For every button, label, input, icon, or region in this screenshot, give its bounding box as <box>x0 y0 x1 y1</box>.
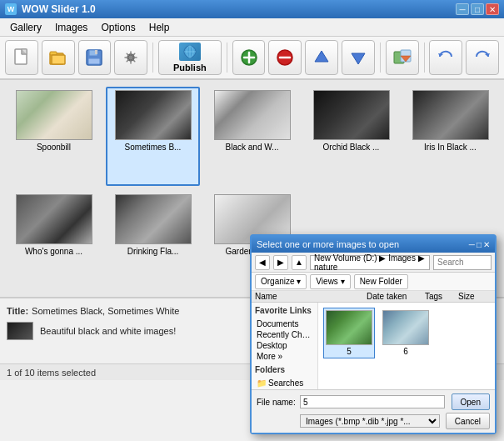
folders-label: Folders <box>255 365 314 374</box>
cancel-button[interactable]: Cancel <box>446 413 490 429</box>
gallery-item[interactable]: Drinking Fla... <box>106 191 200 290</box>
views-button[interactable]: Views ▾ <box>310 274 350 289</box>
dialog-up-button[interactable]: ▲ <box>292 255 307 270</box>
gallery-thumbnail <box>313 90 390 140</box>
col-tags[interactable]: Tags <box>425 292 458 301</box>
move-up-button[interactable] <box>305 40 338 75</box>
dialog-column-headers: Name Date taken Tags Size <box>252 291 495 303</box>
publish-label: Publish <box>173 63 207 73</box>
svg-point-9 <box>128 55 133 60</box>
gallery-thumbnail <box>412 90 489 140</box>
menu-bar: Gallery Images Options Help <box>0 18 504 37</box>
gallery-item[interactable]: Black and W... <box>205 87 299 186</box>
settings-button[interactable] <box>114 40 147 75</box>
title-label: Title: <box>7 306 28 316</box>
close-button[interactable]: ✕ <box>486 3 499 15</box>
folder-searches[interactable]: 📁Searches <box>255 378 314 388</box>
gallery-item-label: Black and W... <box>226 143 279 152</box>
move-down-button[interactable] <box>342 40 375 75</box>
filename-input[interactable] <box>300 395 445 408</box>
gallery-thumbnail <box>16 194 92 244</box>
dialog-close[interactable]: ✕ <box>483 240 490 249</box>
sidebar-more[interactable]: More » <box>255 351 314 362</box>
dialog-maximize[interactable]: □ <box>477 240 482 249</box>
svg-rect-4 <box>52 55 65 64</box>
col-date[interactable]: Date taken <box>367 292 425 301</box>
col-name[interactable]: Name <box>255 292 367 301</box>
gallery-item[interactable]: Who's gonna ... <box>7 191 101 290</box>
col-size[interactable]: Size <box>458 292 492 301</box>
size-row <box>7 342 252 360</box>
file-thumbnail <box>382 310 429 345</box>
title-row: Title: Sometimes Black, Sometimes White <box>7 302 252 320</box>
filename-row: File name: Open <box>257 393 490 410</box>
remove-button[interactable] <box>268 40 302 75</box>
svg-marker-21 <box>352 53 365 64</box>
file-item-5[interactable]: 5 <box>323 308 375 358</box>
dialog-breadcrumb: New Volume (D:) ▶ Images ▶ nature <box>314 253 426 272</box>
status-text: 1 of 10 items selected <box>7 368 96 378</box>
dialog-search-input[interactable] <box>433 255 492 270</box>
maximize-button[interactable]: □ <box>471 3 484 15</box>
sidebar-recently-changed[interactable]: Recently Changed <box>255 329 314 340</box>
info-thumbnail <box>7 322 33 340</box>
undo-button[interactable] <box>429 40 462 75</box>
redo-button[interactable] <box>466 40 499 75</box>
menu-gallery[interactable]: Gallery <box>3 20 48 35</box>
dialog-forward-button[interactable]: ▶ <box>273 255 288 270</box>
gallery-thumbnail <box>115 194 192 244</box>
dialog-sidebar: Favorite Links Documents Recently Change… <box>252 303 318 389</box>
publish-button[interactable]: Publish <box>158 40 222 75</box>
menu-images[interactable]: Images <box>48 20 94 35</box>
file-label: 5 <box>347 347 352 356</box>
new-folder-button[interactable]: New Folder <box>354 274 408 289</box>
title-value: Sometimes Black, Sometimes White <box>32 306 179 316</box>
gallery-item-label: Who's gonna ... <box>25 247 82 256</box>
app-title: WOW Slider 1.0 <box>22 3 96 15</box>
file-label: 6 <box>403 347 408 356</box>
file-open-dialog: Select one or more images to open ─ □ ✕ … <box>250 234 497 434</box>
description-value: Beautiful black and white images! <box>40 326 176 336</box>
file-item-6[interactable]: 6 <box>380 308 432 358</box>
save-button[interactable] <box>78 40 112 75</box>
menu-options[interactable]: Options <box>94 20 142 35</box>
dialog-back-button[interactable]: ◀ <box>255 255 270 270</box>
svg-rect-8 <box>88 58 100 64</box>
dialog-bottom-bar: File name: Open Images (*.bmp *.dib *.jp… <box>252 389 495 433</box>
filename-label: File name: <box>257 398 297 407</box>
gallery-item-label: Sometimes B... <box>125 143 182 152</box>
open-button[interactable]: Open <box>452 393 490 410</box>
title-bar: W WOW Slider 1.0 ─ □ ✕ <box>0 0 504 18</box>
dialog-title-bar: Select one or more images to open ─ □ ✕ <box>252 236 495 253</box>
dialog-path-bar[interactable]: New Volume (D:) ▶ Images ▶ nature <box>310 255 430 270</box>
organize-button[interactable]: Organize ▾ <box>255 274 307 289</box>
gallery-thumbnail <box>16 90 92 140</box>
gallery-thumbnail <box>214 90 291 140</box>
gallery-item[interactable]: Sometimes B... <box>106 87 200 186</box>
svg-marker-20 <box>315 51 328 62</box>
dialog-action-toolbar: Organize ▾ Views ▾ New Folder <box>252 273 495 291</box>
file-thumbnail <box>326 310 372 345</box>
gallery-item[interactable]: Iris In Black ... <box>403 87 497 186</box>
minimize-button[interactable]: ─ <box>456 3 469 15</box>
gallery-item[interactable]: Spoonbill <box>7 87 101 186</box>
sidebar-documents[interactable]: Documents <box>255 318 314 329</box>
new-button[interactable] <box>5 40 38 75</box>
menu-help[interactable]: Help <box>142 20 177 35</box>
image-effect-button[interactable] <box>386 40 419 75</box>
filetype-row: Images (*.bmp *.dib *.jpg *... Cancel <box>257 413 490 429</box>
filetype-select[interactable]: Images (*.bmp *.dib *.jpg *... <box>300 414 440 428</box>
gallery-item-label: Orchid Black ... <box>323 143 380 152</box>
dialog-title: Select one or more images to open <box>257 239 399 249</box>
open-button[interactable] <box>42 40 75 75</box>
gallery-item-label: Drinking Fla... <box>127 247 179 256</box>
favorite-links-label: Favorite Links <box>255 306 314 315</box>
dialog-minimize[interactable]: ─ <box>469 240 475 249</box>
publish-icon <box>179 43 201 61</box>
gallery-item-label: Iris In Black ... <box>424 143 477 152</box>
gallery-item[interactable]: Orchid Black ... <box>304 87 398 186</box>
sidebar-desktop[interactable]: Desktop <box>255 340 314 351</box>
add-button[interactable] <box>232 40 266 75</box>
dialog-nav-toolbar: ◀ ▶ ▲ New Volume (D:) ▶ Images ▶ nature <box>252 253 495 273</box>
svg-rect-7 <box>95 50 97 54</box>
